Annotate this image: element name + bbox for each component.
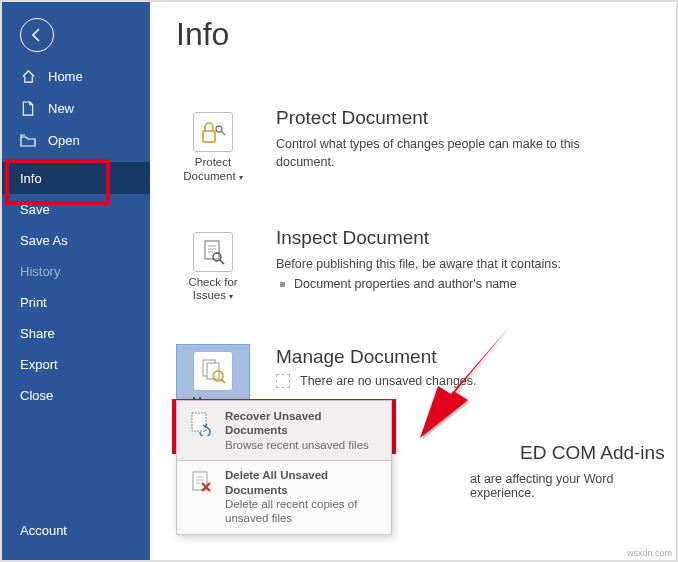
inspect-desc: Before publishing this file, be aware th… (276, 255, 640, 273)
protect-title: Protect Document (276, 107, 640, 129)
sidebar-item-history: History (2, 256, 150, 287)
sidebar-item-label: Share (20, 326, 55, 341)
manage-document-dropdown: Recover Unsaved Documents Browse recent … (176, 400, 392, 535)
sidebar-item-label: History (20, 264, 60, 279)
sidebar-item-label: Info (20, 171, 42, 186)
svg-point-3 (213, 253, 221, 261)
check-issues-button[interactable]: Check for Issues ▾ (176, 225, 250, 311)
svg-rect-2 (205, 241, 219, 259)
sidebar-item-print[interactable]: Print (2, 287, 150, 318)
inspect-section: Check for Issues ▾ Inspect Document Befo… (176, 225, 640, 311)
tile-label: Check for Issues ▾ (177, 276, 249, 304)
sidebar-item-share[interactable]: Share (2, 318, 150, 349)
watermark: wsxdn.com (627, 548, 672, 558)
open-icon (20, 132, 36, 148)
sidebar-item-label: Close (20, 388, 53, 403)
page-title: Info (176, 16, 640, 53)
sidebar-item-label: New (48, 101, 74, 116)
sidebar-item-open[interactable]: Open (2, 124, 150, 156)
no-unsaved-icon (276, 374, 290, 388)
menu-item-title: Recover Unsaved Documents (225, 409, 381, 438)
new-icon (20, 100, 36, 116)
sidebar-item-info[interactable]: Info (2, 162, 150, 194)
recover-icon (187, 409, 215, 437)
menu-item-desc: Delete all recent copies of unsaved file… (225, 498, 357, 524)
sidebar-item-label: Save As (20, 233, 68, 248)
menu-item-desc: Browse recent unsaved files (225, 439, 369, 451)
document-history-icon (193, 351, 233, 391)
protect-document-button[interactable]: Protect Document ▾ (176, 105, 250, 191)
sidebar-item-label: Save (20, 202, 50, 217)
sidebar-item-label: Print (20, 295, 47, 310)
addins-desc-fragment: at are affecting your Word experience. (470, 472, 676, 500)
sidebar-item-new[interactable]: New (2, 92, 150, 124)
sidebar-item-export[interactable]: Export (2, 349, 150, 380)
sidebar-item-label: Home (48, 69, 83, 84)
sidebar-item-account[interactable]: Account (2, 513, 150, 560)
tile-label: Protect Document ▾ (177, 156, 249, 184)
sidebar-item-home[interactable]: Home (2, 60, 150, 92)
manage-title: Manage Document (276, 346, 640, 368)
sidebar-item-saveas[interactable]: Save As (2, 225, 150, 256)
menu-item-title: Delete All Unsaved Documents (225, 468, 381, 497)
recover-unsaved-menu-item[interactable]: Recover Unsaved Documents Browse recent … (176, 400, 392, 461)
protect-desc: Control what types of changes people can… (276, 135, 640, 171)
protect-section: Protect Document ▾ Protect Document Cont… (176, 105, 640, 191)
inspect-bullet: Document properties and author's name (276, 275, 640, 293)
sidebar-item-label: Open (48, 133, 80, 148)
svg-rect-7 (192, 413, 206, 431)
back-button[interactable] (20, 18, 54, 52)
svg-rect-0 (203, 131, 215, 142)
sidebar-item-close[interactable]: Close (2, 380, 150, 411)
inspect-title: Inspect Document (276, 227, 640, 249)
sidebar-item-label: Export (20, 357, 58, 372)
lock-key-icon (193, 112, 233, 152)
delete-icon (187, 468, 215, 496)
document-magnifier-icon (193, 232, 233, 272)
backstage-sidebar: Home New Open Info Save Save As History (2, 2, 150, 560)
home-icon (20, 68, 36, 84)
sidebar-item-label: Account (20, 523, 67, 538)
manage-none-text: There are no unsaved changes. (300, 374, 477, 388)
sidebar-item-save[interactable]: Save (2, 194, 150, 225)
addins-title-fragment: ED COM Add-ins (520, 442, 665, 464)
delete-unsaved-menu-item[interactable]: Delete All Unsaved Documents Delete all … (177, 460, 391, 534)
